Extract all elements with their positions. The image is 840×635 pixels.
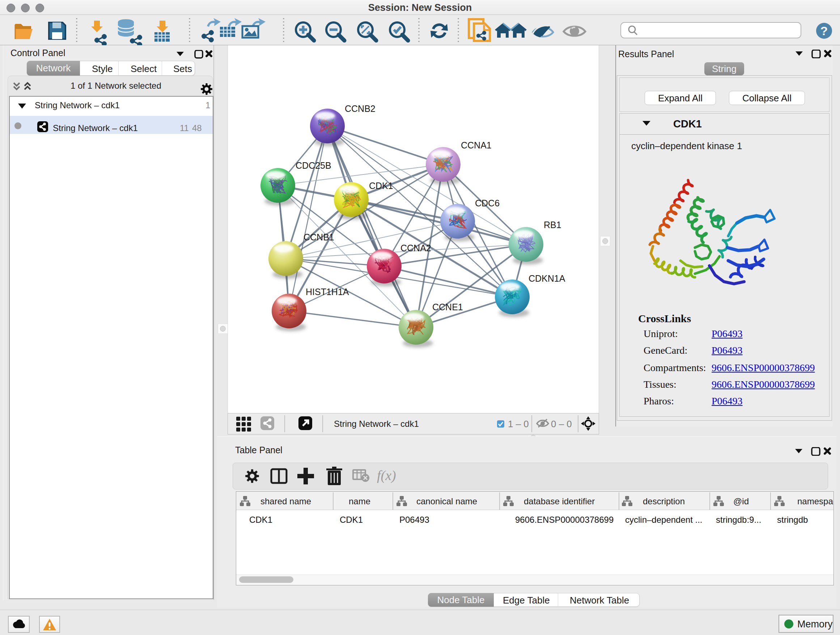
svg-text:stringdb: stringdb <box>777 515 808 524</box>
svg-text:database identifier: database identifier <box>524 496 595 506</box>
svg-text:1 – 0: 1 – 0 <box>508 418 529 429</box>
svg-text:CDC6: CDC6 <box>475 198 500 208</box>
svg-text:CCNA2: CCNA2 <box>401 243 431 253</box>
svg-text:canonical name: canonical name <box>416 496 477 506</box>
svg-text:CDK1: CDK1 <box>369 181 393 191</box>
svg-text:9606.ENSP00000378699: 9606.ENSP00000378699 <box>515 515 614 524</box>
svg-text:HIST1H1A: HIST1H1A <box>306 287 349 297</box>
svg-text:CDK1: CDK1 <box>249 515 272 524</box>
svg-text:CCNB1: CCNB1 <box>303 232 334 242</box>
svg-text:CCNB2: CCNB2 <box>345 103 376 114</box>
svg-text:@id: @id <box>733 496 749 506</box>
svg-text:cyclin–dependent ...: cyclin–dependent ... <box>625 515 702 524</box>
svg-text:CCNE1: CCNE1 <box>432 302 463 312</box>
svg-text:String Network – cdk1: String Network – cdk1 <box>334 419 419 429</box>
svg-text:CDC25B: CDC25B <box>295 160 332 171</box>
svg-text:name: name <box>349 496 370 506</box>
svg-text:shared name: shared name <box>261 496 311 506</box>
svg-text:P06493: P06493 <box>399 515 429 524</box>
svg-text:0 – 0: 0 – 0 <box>551 418 572 429</box>
svg-text:CCNA1: CCNA1 <box>461 140 492 150</box>
svg-text:?: ? <box>821 24 828 38</box>
svg-text:CDK1: CDK1 <box>340 515 363 524</box>
svg-text:RB1: RB1 <box>544 220 561 230</box>
svg-text:f(x): f(x) <box>377 468 396 483</box>
svg-text:namespac: namespac <box>797 496 834 506</box>
svg-text:description: description <box>643 496 685 506</box>
svg-text:stringdb:9...: stringdb:9... <box>716 515 761 524</box>
svg-text:CDKN1A: CDKN1A <box>529 273 565 283</box>
